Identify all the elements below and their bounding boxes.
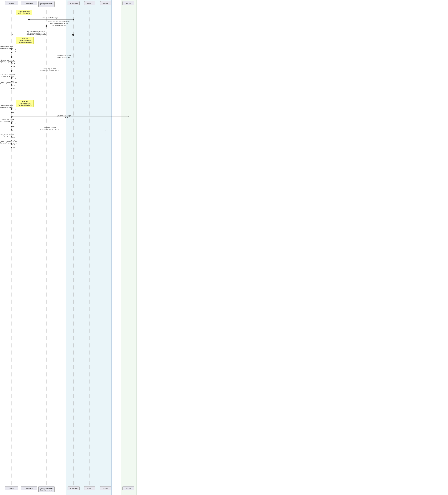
svg-point-13 xyxy=(28,19,30,20)
msg6-label: Generate each bid frombuyer's logic (gen… xyxy=(0,59,15,63)
svg-point-21 xyxy=(72,34,74,36)
buyers-header-top: Buyers xyxy=(123,1,134,5)
svg-text:7: 7 xyxy=(11,70,12,71)
svg-marker-30 xyxy=(11,66,12,67)
svg-marker-20 xyxy=(12,34,13,35)
svg-text:14: 14 xyxy=(11,137,12,138)
msg8-label: Score each ad with seller'sscoring scrip… xyxy=(0,74,15,77)
svg-marker-12 xyxy=(73,19,74,20)
svg-marker-27 xyxy=(128,56,129,57)
browser-header-top: Browser xyxy=(5,1,18,5)
svg-text:5: 5 xyxy=(11,56,12,57)
svg-text:2: 2 xyxy=(46,26,47,27)
seller-a-footer: Seller A xyxy=(84,486,95,490)
svg-point-35 xyxy=(11,70,13,72)
svg-marker-23 xyxy=(11,52,12,53)
svg-marker-34 xyxy=(89,70,90,71)
msg12-label: Generate each bid frombuyer's logic (gen… xyxy=(0,119,15,122)
browser-footer: Browser xyxy=(5,486,18,490)
client-lib-header-top: Client-side library forPublisher ad serv… xyxy=(38,1,55,7)
svg-point-55 xyxy=(11,129,13,131)
svg-text:1: 1 xyxy=(29,19,29,20)
seller-b-annotation: Seller B'sProtected Audience(parallel wi… xyxy=(16,100,33,107)
pa-auction-annotation: Protected Audiencemulti-seller auction xyxy=(16,10,32,15)
svg-marker-40 xyxy=(11,88,12,89)
msg9-label: Choose the highest scoring adfrom seller… xyxy=(0,82,17,85)
publisher-header-top: Publisher site xyxy=(21,1,37,5)
msg4-label: Read interest groups ofall participating… xyxy=(0,46,14,49)
svg-text:10: 10 xyxy=(11,109,12,110)
seller-b-header-top: Seller B xyxy=(100,1,111,5)
svg-rect-1 xyxy=(121,0,136,495)
msg3-label: Start Protected Audience auctionwith com… xyxy=(26,30,46,36)
msg14-label: Score each ad with seller'sscoring scrip… xyxy=(0,133,15,137)
top-seller-footer: Top-level seller xyxy=(68,486,80,490)
svg-text:15: 15 xyxy=(11,144,12,145)
svg-marker-50 xyxy=(11,126,12,127)
msg11-label: Fetch bidding scripts andtrusted bidding… xyxy=(57,114,71,118)
msg2-label: Provide contextual auction adjusted bida… xyxy=(48,21,70,26)
sequence-diagram: { "title": "Protected Audience Multi-Sel… xyxy=(0,0,137,495)
publisher-footer: Publisher site xyxy=(21,486,37,490)
msg13-label: Fetch scoring script andtrusted scoring … xyxy=(40,127,59,130)
buyers-footer: Buyers xyxy=(123,486,134,490)
svg-point-51 xyxy=(11,122,13,124)
svg-rect-0 xyxy=(66,0,112,495)
svg-text:9: 9 xyxy=(11,85,12,86)
svg-text:12: 12 xyxy=(11,123,12,124)
svg-marker-54 xyxy=(105,130,106,131)
seller-a-header-top: Seller A xyxy=(84,1,95,5)
svg-point-48 xyxy=(11,116,13,118)
svg-marker-60 xyxy=(11,147,12,148)
svg-point-28 xyxy=(11,56,13,58)
svg-text:11: 11 xyxy=(11,116,12,117)
msg15-label: Choose the highest scoring adfrom seller… xyxy=(0,140,17,144)
msg1-label: Load top-level seller script xyxy=(42,17,57,19)
svg-marker-16 xyxy=(73,26,74,27)
msg5-label: Fetch bidding scripts andtrusted bidding… xyxy=(57,55,71,58)
top-seller-header-top: Top-level seller xyxy=(68,1,80,5)
svg-marker-43 xyxy=(11,112,12,113)
client-lib-footer: Client-side library forPublisher ad serv… xyxy=(38,486,55,492)
svg-point-44 xyxy=(11,108,13,110)
svg-text:8: 8 xyxy=(11,78,12,78)
svg-point-17 xyxy=(45,25,47,27)
svg-marker-47 xyxy=(128,116,129,117)
msg10-label: Read interest groups ofall participating… xyxy=(0,105,14,108)
seller-b-footer: Seller B xyxy=(100,486,111,490)
seller-a-annotation: Seller A'scomponent auction(parallel wit… xyxy=(16,37,33,44)
svg-text:13: 13 xyxy=(11,130,12,131)
svg-text:6: 6 xyxy=(11,63,12,64)
msg7-label: Fetch scoring script andtrusted scoring … xyxy=(40,68,59,71)
svg-text:3: 3 xyxy=(73,34,73,35)
